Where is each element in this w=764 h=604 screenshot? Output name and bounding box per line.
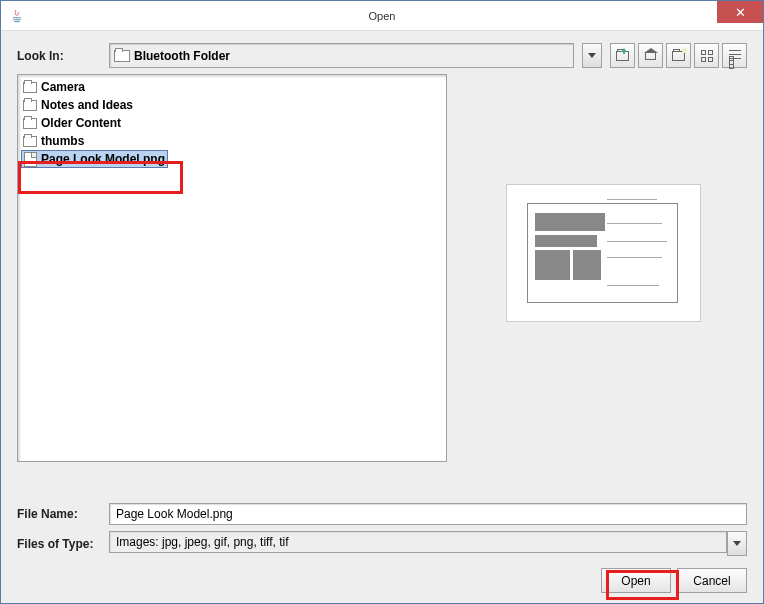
details-view-button[interactable]	[722, 43, 747, 68]
lookin-dropdown-button[interactable]	[582, 43, 602, 68]
new-folder-button[interactable]	[666, 43, 691, 68]
list-item[interactable]: Notes and Ideas	[21, 96, 443, 114]
close-button[interactable]: ✕	[717, 1, 763, 23]
filetype-dropdown-button[interactable]	[727, 531, 747, 556]
titlebar: Open ✕	[1, 1, 763, 31]
window-title: Open	[369, 10, 396, 22]
toolbar-buttons	[610, 43, 747, 68]
filetype-combo[interactable]	[109, 531, 727, 553]
filename-input[interactable]	[109, 503, 747, 525]
main-area: Camera Notes and Ideas Older Content thu…	[17, 74, 747, 495]
filename-label: File Name:	[17, 507, 101, 521]
lookin-row: Look In: Bluetooth Folder	[17, 43, 747, 68]
list-view-button[interactable]	[694, 43, 719, 68]
folder-icon	[23, 136, 37, 147]
filetype-label: Files of Type:	[17, 537, 101, 551]
list-item-selected[interactable]: Page Look Model.png	[21, 150, 168, 168]
list-item[interactable]: Older Content	[21, 114, 443, 132]
lookin-value: Bluetooth Folder	[134, 49, 230, 63]
button-row: Open Cancel	[17, 568, 747, 593]
home-button[interactable]	[638, 43, 663, 68]
folder-icon	[114, 50, 130, 62]
file-name: Older Content	[41, 116, 121, 130]
up-folder-button[interactable]	[610, 43, 635, 68]
file-name: thumbs	[41, 134, 84, 148]
file-name: Page Look Model.png	[41, 152, 165, 166]
bottom-rows: File Name: Files of Type: Open Cancel	[17, 503, 747, 593]
cancel-button[interactable]: Cancel	[677, 568, 747, 593]
file-list[interactable]: Camera Notes and Ideas Older Content thu…	[17, 74, 447, 462]
preview-image	[506, 184, 701, 322]
lookin-label: Look In:	[17, 49, 101, 63]
file-icon	[24, 152, 37, 167]
java-icon	[9, 8, 25, 24]
lookin-combo[interactable]: Bluetooth Folder	[109, 43, 574, 68]
folder-icon	[23, 118, 37, 129]
dialog-content: Look In: Bluetooth Folder Camera	[1, 31, 763, 603]
file-name: Notes and Ideas	[41, 98, 133, 112]
list-item[interactable]: thumbs	[21, 132, 443, 150]
file-name: Camera	[41, 80, 85, 94]
folder-icon	[23, 82, 37, 93]
preview-pane	[459, 74, 747, 495]
folder-icon	[23, 100, 37, 111]
open-dialog: Open ✕ Look In: Bluetooth Folder	[0, 0, 764, 604]
open-button[interactable]: Open	[601, 568, 671, 593]
list-item[interactable]: Camera	[21, 78, 443, 96]
